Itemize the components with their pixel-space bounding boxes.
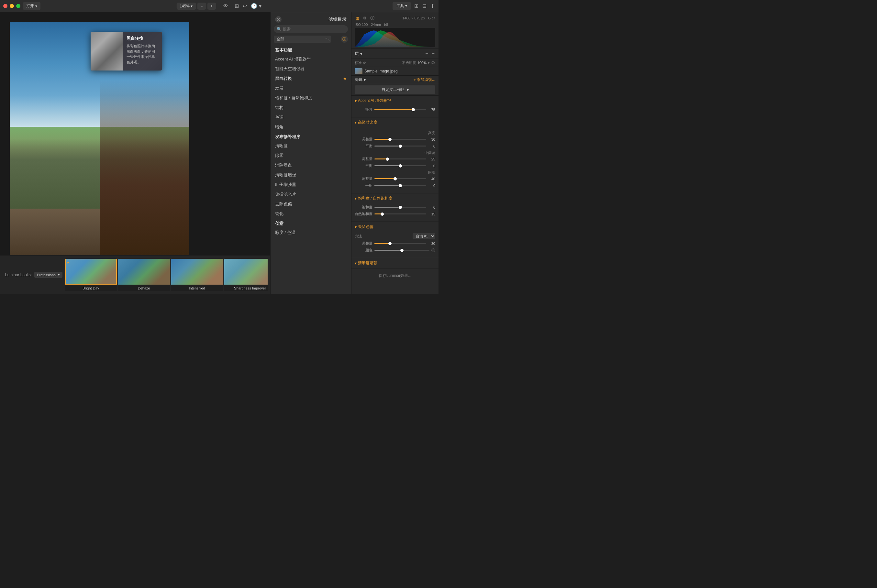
filter-item-clarity[interactable]: 清晰度	[272, 141, 350, 151]
film-item-dehaze[interactable]: Dehaze	[118, 259, 170, 291]
filter-item-structure[interactable]: 结构	[272, 103, 350, 112]
zoom-minus-btn[interactable]: −	[197, 3, 206, 10]
accordion-saturation-header[interactable]: ▾ 饱和度 / 自然饱和度	[351, 194, 438, 204]
slider-track-hl-adjust[interactable]	[374, 139, 426, 140]
accordion-high-contrast-header[interactable]: ▾ 高级对比度	[351, 117, 438, 128]
workspace-bar: 自定义工作区 ▾	[351, 84, 438, 96]
filter-section-publish: 发布修补程序	[272, 132, 350, 141]
slider-fill-hl-balance	[374, 146, 400, 147]
film-item-bright-day[interactable]: ★ Bright Day	[65, 259, 117, 291]
slider-value-cc-adjust: 30	[428, 242, 435, 246]
method-select[interactable]: 自动 #1	[413, 233, 435, 239]
filter-item-foliage[interactable]: 叶子增强器	[272, 180, 350, 189]
layer-minus-btn[interactable]: −	[425, 51, 429, 57]
film-item-sharpness[interactable]: Sharpness Improver	[224, 259, 267, 291]
filter-item-bw[interactable]: 黑白转換 ★	[272, 74, 350, 84]
layer-name: Sample image.jpeg	[364, 69, 398, 74]
accordion-sharpness: ▾ 清晰度增强	[351, 258, 438, 268]
open-button[interactable]: 打开 ▾	[23, 2, 41, 10]
undo-btn[interactable]: ↩	[242, 2, 248, 10]
maximize-button[interactable]	[16, 4, 20, 8]
slider-value-mid-balance: 0	[428, 164, 435, 168]
filter-item-polarize[interactable]: 偏振滤光片	[272, 189, 350, 199]
titlebar-right: 工具 ▾ ⊞ ⊟ ⬆	[392, 2, 435, 10]
slider-track-mid-balance[interactable]	[374, 165, 426, 166]
filter-panel-close-btn[interactable]: ✕	[275, 16, 282, 22]
zoom-controls: 145% ▾ − +	[176, 3, 216, 10]
slider-row-saturation: 饱和度 0	[355, 205, 435, 210]
export-icon-btn[interactable]: ⬆	[430, 2, 435, 10]
slider-track-sh-adjust[interactable]	[374, 178, 426, 179]
histogram-layers-btn[interactable]: ⧉	[362, 15, 367, 21]
close-button[interactable]	[3, 4, 8, 8]
slider-row-sh-adjust: 调整量 40	[355, 176, 435, 181]
filter-item-clarity-enhance[interactable]: 清晰度增强	[272, 170, 350, 180]
filter-search-input[interactable]	[274, 25, 348, 33]
grid-icon-btn[interactable]: ⊞	[414, 2, 419, 10]
layers-section: 层 ▾ − +	[351, 49, 438, 59]
slider-track-boost[interactable]	[374, 109, 426, 110]
filter-item-sharpen[interactable]: 锐化	[272, 209, 350, 219]
film-label-intensified: Intensified	[171, 285, 223, 291]
eye-icon-btn[interactable]: 👁	[222, 3, 229, 10]
filmstrip: Luminar Looks: Professional ▾ ★ Bright D…	[0, 255, 270, 294]
main-layout: 黑白转換 将彩色照片转换为黑白黑白，并使用一些控件来操控单色外观。 Lumina…	[0, 12, 438, 294]
histogram-info-btn[interactable]: ⓘ	[369, 15, 375, 21]
filter-item-vignette[interactable]: 暗角	[272, 122, 350, 132]
slider-track-sh-balance[interactable]	[374, 185, 426, 186]
filter-item-saturation[interactable]: 饱和度 / 自然饱和度	[272, 93, 350, 103]
filter-item-accent-ai[interactable]: Accent AI 增强器™	[272, 54, 350, 64]
slider-thumb-cc-adjust	[388, 242, 392, 245]
category-info-btn[interactable]: ⓘ	[341, 36, 348, 43]
slider-track-saturation[interactable]	[374, 207, 426, 208]
filter-list: 基本功能 Accent AI 增强器™ 智能天空增强器 黑白转換 ★ 发展 饱和…	[270, 45, 351, 294]
category-select[interactable]: 全部	[274, 36, 331, 43]
slider-label-vibrance: 自然饱和度	[355, 212, 372, 216]
film-label-dehaze: Dehaze	[118, 285, 170, 291]
slider-row-vibrance: 自然饱和度 15	[355, 212, 435, 216]
film-item-intensified[interactable]: Intensified	[171, 259, 223, 291]
histogram-view-btn[interactable]: ▦	[355, 15, 360, 21]
layer-settings-btn[interactable]: ⚙	[431, 60, 435, 65]
sliders-icon-btn[interactable]: ⊟	[422, 2, 427, 10]
method-label: 方法	[355, 234, 362, 239]
filter-item-develop[interactable]: 发展	[272, 84, 350, 93]
filter-item-color-temp[interactable]: 彩度 / 色温	[272, 228, 350, 237]
slider-track-mid-adjust[interactable]	[374, 159, 426, 159]
filter-item-noise[interactable]: 消除噪点	[272, 160, 350, 170]
bw-star-icon: ★	[343, 76, 347, 81]
accordion-accent-ai-header[interactable]: ▾ Accent AI 增强器™	[351, 96, 438, 106]
filmstrip-items: ★ Bright Day Dehaze Intensified Sharpnes…	[65, 259, 267, 291]
sub-title-highlights: 高亮	[355, 130, 435, 135]
history-btn[interactable]: 🕐 ▾	[250, 2, 262, 10]
slider-label-cc-adjust: 调整量	[355, 241, 372, 246]
accordion-sharpness-header[interactable]: ▾ 清晰度增强	[351, 258, 438, 268]
slider-thumb-mid-adjust	[386, 158, 389, 161]
slider-track-cc-color[interactable]	[374, 250, 429, 250]
workspace-select-btn[interactable]: 自定义工作区 ▾	[355, 86, 435, 94]
compare-icon-btn[interactable]: ⊞	[234, 2, 239, 10]
layer-opacity-row: 标准 ⟳ 不透明度 100% ▾ ⚙	[351, 59, 438, 67]
filter-item-sky[interactable]: 智能天空增强器	[272, 64, 350, 74]
layer-plus-btn[interactable]: +	[431, 51, 435, 57]
tools-btn[interactable]: 工具 ▾	[392, 2, 411, 10]
histogram-meta: 1400 × 875 px 8-bit	[402, 16, 435, 20]
filter-item-dehaze[interactable]: 除雾	[272, 151, 350, 160]
slider-track-hl-balance[interactable]	[374, 146, 426, 147]
add-filter-btn[interactable]: + 添加滤镜...	[414, 77, 435, 82]
slider-track-vibrance[interactable]	[374, 213, 426, 214]
filter-item-tone[interactable]: 色调	[272, 112, 350, 122]
filter-item-color-cast[interactable]: 去除色偏	[272, 199, 350, 209]
standard-label-area: 标准 ⟳	[355, 60, 366, 65]
save-luminar-btn[interactable]: 保存Luminar效果...	[355, 271, 435, 280]
filmstrip-preset-btn[interactable]: Professional ▾	[34, 272, 63, 278]
zoom-level-btn[interactable]: 145% ▾	[176, 3, 196, 10]
slider-label-sh-adjust: 调整量	[355, 176, 372, 181]
zoom-plus-btn[interactable]: +	[207, 3, 216, 10]
slider-row-boost: 提升 75	[355, 107, 435, 112]
minimize-button[interactable]	[10, 4, 14, 8]
slider-track-cc-adjust[interactable]	[374, 243, 426, 244]
slider-thumb-cc-color	[400, 249, 404, 252]
accordion-color-cast-header[interactable]: ▾ 去除色偏	[351, 222, 438, 232]
titlebar: 打开 ▾ 145% ▾ − + 👁 ⊞ ↩ 🕐 ▾ 工具 ▾ ⊞ ⊟ ⬆	[0, 0, 438, 12]
